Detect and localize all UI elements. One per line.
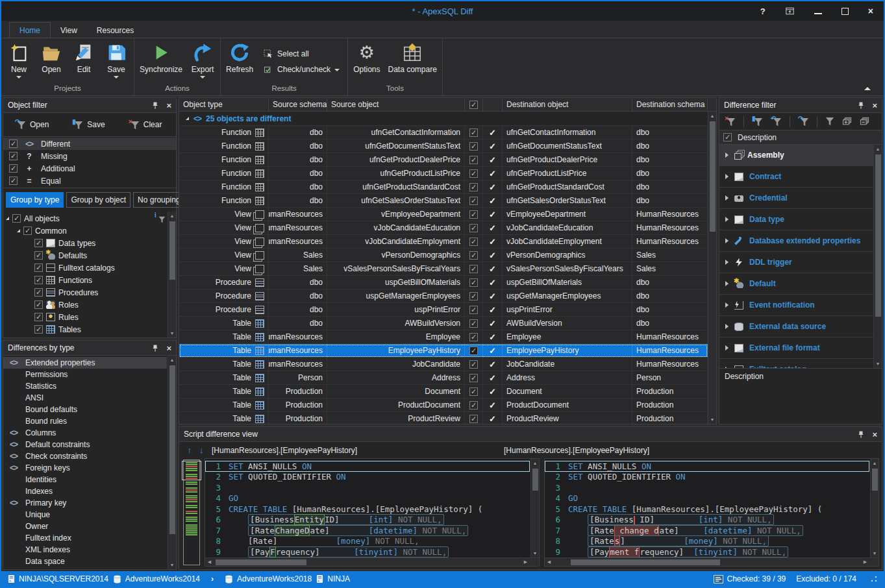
filter-save-icon[interactable]: ▮ bbox=[72, 120, 83, 130]
expander-icon[interactable] bbox=[725, 217, 729, 222]
filter-item-data-type[interactable]: Data type bbox=[719, 209, 873, 230]
source-script-hscrollbar[interactable]: ◀▶ bbox=[205, 557, 539, 566]
filter-open-button[interactable]: ↷Open bbox=[15, 120, 49, 130]
tab-group-by-type[interactable]: Group by type bbox=[6, 192, 64, 208]
tree-item-procedures[interactable]: ✓Procedures bbox=[3, 286, 167, 299]
filter-missing[interactable]: ✓?Missing bbox=[3, 150, 176, 162]
filter-item-assembly[interactable]: Assembly bbox=[719, 145, 873, 166]
expander-icon[interactable] bbox=[725, 367, 729, 368]
table-row[interactable]: TableHumanResourcesEmployeePayHistory✓✓E… bbox=[179, 344, 708, 358]
filter-item-external-data-source[interactable]: External data source bbox=[719, 316, 873, 337]
tab-resources[interactable]: Resources bbox=[87, 23, 143, 38]
expander-icon[interactable] bbox=[186, 117, 189, 120]
filter-save-button[interactable]: ▮Save bbox=[72, 120, 105, 130]
row-filter-icon[interactable]: i bbox=[155, 214, 166, 223]
diff-type-permissions[interactable]: Permissions bbox=[3, 369, 167, 380]
expander-icon[interactable] bbox=[725, 260, 729, 265]
diff-type-xml-indexes[interactable]: XML indexes bbox=[3, 544, 167, 556]
differences-scrollbar[interactable]: ▲▼ bbox=[168, 356, 176, 569]
destination-script-vscrollbar[interactable]: ▲▼ bbox=[870, 459, 879, 557]
tab-view[interactable]: View bbox=[51, 23, 87, 38]
expander-icon[interactable] bbox=[725, 238, 729, 243]
column-header-source-object[interactable]: Source object bbox=[327, 98, 465, 111]
data-compare-button[interactable]: Data compare bbox=[384, 39, 440, 84]
table-row[interactable]: FunctiondboufnGetDocumentStatusText✓✓ufn… bbox=[179, 140, 708, 153]
undo-filter-icon[interactable]: ↶ bbox=[771, 117, 782, 127]
checkbox[interactable]: ✓ bbox=[469, 387, 478, 396]
diff-type-unique[interactable]: Unique bbox=[3, 509, 167, 521]
next-difference-icon[interactable]: ↓ bbox=[199, 445, 204, 455]
table-row[interactable]: ProceduredbouspGetBillOfMaterials✓✓uspGe… bbox=[179, 276, 708, 289]
filter-additional[interactable]: ✓+Additional bbox=[3, 162, 176, 175]
table-row[interactable]: TableHumanResourcesJobCandidate✓✓JobCand… bbox=[179, 358, 708, 371]
table-row[interactable]: TabledboAWBuildVersion✓✓AWBuildVersiondb… bbox=[179, 317, 708, 330]
diff-type-xml-column-set[interactable]: XML column set bbox=[3, 567, 167, 569]
save-button[interactable]: Save bbox=[100, 39, 132, 84]
close-panel-icon[interactable]: × bbox=[872, 101, 877, 110]
tree-item-functions[interactable]: ✓Functions bbox=[3, 274, 167, 286]
tree-item-data-types[interactable]: ✓Data types bbox=[3, 237, 167, 249]
diff-type-identities[interactable]: Identities bbox=[3, 474, 167, 485]
checkbox[interactable]: ✓ bbox=[469, 306, 478, 314]
column-header-object-type[interactable]: Object type bbox=[179, 98, 269, 111]
check-uncheck-button[interactable]: Check/uncheck bbox=[264, 65, 340, 75]
filter-item-external-file-format[interactable]: External file format bbox=[719, 337, 873, 359]
diff-type-indexes[interactable]: Indexes bbox=[3, 485, 167, 497]
checkbox[interactable]: ✓ bbox=[469, 197, 478, 205]
diff-type-ansi[interactable]: ANSI bbox=[3, 392, 167, 404]
group-header-row[interactable]: <>25 objects are different bbox=[179, 112, 708, 126]
filter-item-credential[interactable]: Credential bbox=[719, 188, 873, 209]
expander-icon[interactable] bbox=[17, 229, 20, 232]
table-row[interactable]: ViewHumanResourcesvJobCandidateEmploymen… bbox=[179, 235, 708, 249]
table-row[interactable]: FunctiondboufnGetContactInformation✓✓ufn… bbox=[179, 126, 708, 140]
checkbox[interactable]: ✓ bbox=[469, 415, 478, 423]
diff-type-foreign-keys[interactable]: <>Foreign keys bbox=[3, 462, 167, 474]
source-script-vscrollbar[interactable]: ▲▼ bbox=[530, 459, 539, 557]
checkbox[interactable]: ✓ bbox=[469, 333, 478, 341]
column-header-destination-schema[interactable]: Destination schema bbox=[632, 98, 708, 111]
close-icon[interactable]: × bbox=[868, 6, 873, 16]
checkbox[interactable]: ✓ bbox=[469, 183, 478, 191]
table-row[interactable]: TableProductionProductDocument✓✓ProductD… bbox=[179, 398, 708, 412]
clear-filter-icon[interactable]: × bbox=[725, 117, 736, 127]
diff-type-columns[interactable]: <>Columns bbox=[3, 427, 167, 439]
tree-item-all-objects[interactable]: ✓All objectsi bbox=[3, 212, 167, 225]
tree-item-defaults[interactable]: ✓Defaults bbox=[3, 249, 167, 262]
expander-icon[interactable] bbox=[725, 195, 729, 201]
table-row[interactable]: ProceduredbouspGetManagerEmployees✓✓uspG… bbox=[179, 289, 708, 303]
filter-different[interactable]: ✓<>Different bbox=[3, 138, 176, 150]
table-row[interactable]: ViewHumanResourcesvEmployeeDepartment✓✓v… bbox=[179, 208, 708, 221]
expander-icon[interactable] bbox=[725, 174, 729, 179]
filter-item-default[interactable]: Default bbox=[719, 273, 873, 295]
checkbox[interactable]: ✓ bbox=[34, 325, 43, 334]
filter-clear-button[interactable]: ×Clear bbox=[129, 120, 162, 130]
previous-difference-icon[interactable]: ↑ bbox=[188, 445, 192, 455]
checkbox[interactable]: ✓ bbox=[34, 313, 43, 321]
table-row[interactable]: FunctiondboufnGetProductStandardCost✓✓uf… bbox=[179, 180, 708, 194]
checkbox[interactable]: ✓ bbox=[469, 224, 478, 232]
tab-no-grouping[interactable]: No grouping bbox=[133, 192, 184, 208]
help-icon[interactable]: ? bbox=[760, 6, 766, 16]
checkbox[interactable]: ✓ bbox=[469, 374, 478, 382]
close-panel-icon[interactable]: × bbox=[872, 430, 877, 439]
grid-scrollbar[interactable]: ▲▼ bbox=[708, 112, 716, 424]
open-button[interactable]: Open bbox=[35, 39, 68, 84]
checkbox[interactable]: ✓ bbox=[469, 292, 478, 300]
tree-item-common[interactable]: ✓Common bbox=[3, 225, 167, 237]
checkbox[interactable]: ✓ bbox=[469, 142, 478, 151]
filter-equal[interactable]: ✓=Equal bbox=[3, 175, 176, 187]
checkbox[interactable]: ✓ bbox=[469, 401, 478, 410]
filter-item-fulltext-catalog[interactable]: Fulltext catalog bbox=[719, 359, 873, 368]
table-row[interactable]: ViewSalesvPersonDemographics✓✓vPersonDem… bbox=[179, 249, 708, 262]
column-header-status[interactable] bbox=[483, 98, 503, 111]
diff-type-default-constraints[interactable]: <>Default constraints bbox=[3, 439, 167, 450]
filter-icon[interactable] bbox=[825, 117, 834, 126]
redo-filter-icon[interactable]: ↷ bbox=[798, 117, 809, 127]
diff-type-data-space[interactable]: Data space bbox=[3, 556, 167, 567]
diff-type-primary-key[interactable]: <>Primary key bbox=[3, 497, 167, 509]
expander-icon[interactable] bbox=[725, 153, 729, 158]
expander-icon[interactable] bbox=[6, 217, 9, 220]
tree-item-triggers[interactable]: ✓Triggers bbox=[3, 336, 167, 337]
maximize-icon[interactable] bbox=[841, 8, 849, 15]
collapse-ribbon-icon[interactable] bbox=[864, 87, 871, 90]
